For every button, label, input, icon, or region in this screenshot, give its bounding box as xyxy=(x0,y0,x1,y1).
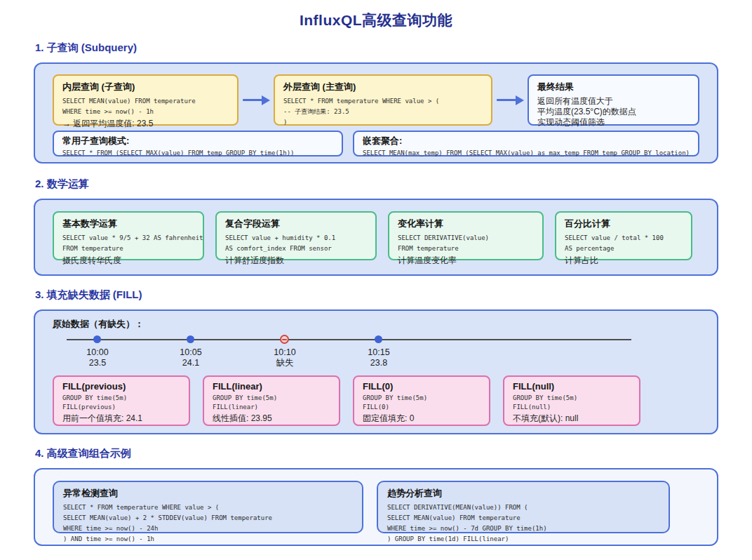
code-line: SELECT DERIVATIVE(value) xyxy=(398,233,534,244)
timeline-value: 23.8 xyxy=(368,358,389,368)
timeline-time: 10:00 xyxy=(86,347,108,358)
arrow-shaft xyxy=(497,99,516,101)
fill-card-note: 不填充(默认): null xyxy=(513,413,631,424)
code-line: ) GROUP BY time(1d) FILL(linear) xyxy=(387,534,659,545)
timeline-axis xyxy=(67,339,631,340)
fill-card-title: FILL(null) xyxy=(513,381,631,392)
section-4-heading: 4. 高级查询组合示例 xyxy=(35,447,752,460)
common-pattern-title: 常用子查询模式: xyxy=(62,135,333,147)
advanced-cards-row: 异常检测查询 SELECT * FROM temperature WHERE v… xyxy=(53,481,699,533)
arrow-shaft xyxy=(243,99,262,101)
result-line: 实现动态阈值筛选 xyxy=(537,117,690,128)
page: InfluxQL高级查询功能 1. 子查询 (Subquery) 内层查询 (子… xyxy=(0,0,752,560)
code-line: SELECT MEAN(value) + 2 * STDDEV(value) F… xyxy=(63,513,353,524)
page-title: InfluxQL高级查询功能 xyxy=(0,11,752,30)
timeline-label: 10:10 缺失 xyxy=(274,347,295,368)
section-3-heading: 3. 填充缺失数据 (FILL) xyxy=(35,288,752,302)
code-line: SELECT MEAN(value) FROM temperature xyxy=(62,96,229,107)
code-line: WHERE time >= now() - 7d GROUP BY time(1… xyxy=(387,524,659,534)
math-card-percentage: 百分比计算 SELECT value / total * 100 AS perc… xyxy=(555,211,692,260)
subquery-flow-row: 内层查询 (子查询) SELECT MEAN(value) FROM tempe… xyxy=(53,74,699,126)
code-line: SELECT * FROM (SELECT MAX(value) FROM te… xyxy=(62,148,333,159)
fill-card-note: 用前一个值填充: 24.1 xyxy=(62,413,180,424)
advanced-panel: 异常检测查询 SELECT * FROM temperature WHERE v… xyxy=(34,468,718,546)
timeline-label: 10:05 24.1 xyxy=(180,347,201,368)
data-point-icon xyxy=(375,335,382,343)
raw-data-label: 原始数据（有缺失）： xyxy=(53,318,699,331)
data-point-icon xyxy=(93,335,101,343)
fill-card-zero: FILL(0) GROUP BY time(5m) FILL(0) 固定值填充:… xyxy=(353,375,490,426)
math-cards-row: 基本数学运算 SELECT value * 9/5 + 32 AS fahren… xyxy=(53,211,699,260)
math-card-title: 变化率计算 xyxy=(398,218,534,230)
section-2-heading: 2. 数学运算 xyxy=(35,178,752,191)
math-card-basic: 基本数学运算 SELECT value * 9/5 + 32 AS fahren… xyxy=(53,211,204,260)
math-panel: 基本数学运算 SELECT value * 9/5 + 32 AS fahren… xyxy=(34,199,718,276)
fill-card-linear: FILL(linear) GROUP BY time(5m) FILL(line… xyxy=(203,375,340,426)
fill-card-previous: FILL(previous) GROUP BY time(5m) FILL(pr… xyxy=(53,375,190,426)
timeline-label: 10:00 23.5 xyxy=(86,347,108,368)
code-line: FILL(null) xyxy=(513,403,631,412)
fill-card-null: FILL(null) GROUP BY time(5m) FILL(null) … xyxy=(503,375,640,426)
code-line: WHERE time >= now() - 24h xyxy=(63,524,353,534)
code-line: GROUP BY time(5m) xyxy=(513,394,631,403)
code-line: SELECT value / total * 100 xyxy=(565,233,683,244)
code-line: SELECT * FROM temperature WHERE value > … xyxy=(63,502,353,513)
trend-query-box: 趋势分析查询 SELECT DERIVATIVE(MEAN(value)) FR… xyxy=(377,481,670,533)
fill-card-title: FILL(previous) xyxy=(62,381,180,392)
fill-panel: 原始数据（有缺失）： 10:00 23.5 10:05 24.1 10:10 缺… xyxy=(34,309,718,434)
timeline-time: 10:05 xyxy=(180,347,201,358)
math-card-note: 计算占比 xyxy=(565,255,683,266)
arrow-right-icon xyxy=(492,74,528,126)
section-1-heading: 1. 子查询 (Subquery) xyxy=(35,41,752,55)
timeline-time: 10:10 xyxy=(274,347,295,358)
timeline-value: 23.5 xyxy=(86,358,108,368)
fill-card-title: FILL(0) xyxy=(363,381,481,392)
timeline-value: 缺失 xyxy=(274,358,295,368)
fill-card-note: 固定值填充: 0 xyxy=(363,413,481,424)
code-line: FROM temperature xyxy=(398,244,534,254)
result-line: 返回所有温度值大于 xyxy=(537,96,690,107)
code-line: ) xyxy=(283,117,483,128)
math-card-derivative: 变化率计算 SELECT DERIVATIVE(value) FROM temp… xyxy=(388,211,544,260)
fill-card-title: FILL(linear) xyxy=(213,381,330,392)
common-pattern-box: 常用子查询模式: SELECT * FROM (SELECT MAX(value… xyxy=(53,131,343,156)
inner-query-note: → 返回平均温度值: 23.5 xyxy=(62,118,229,129)
data-point-icon xyxy=(187,335,194,343)
nested-aggregation-title: 嵌套聚合: xyxy=(363,135,690,147)
fill-card-note: 线性插值: 23.95 xyxy=(213,413,330,424)
missing-point-icon xyxy=(280,335,289,344)
anomaly-query-title: 异常检测查询 xyxy=(63,487,353,500)
code-line: FROM temperature xyxy=(62,244,194,254)
timeline-label: 10:15 23.8 xyxy=(368,347,389,368)
code-line: GROUP BY time(5m) xyxy=(62,394,180,403)
timeline-value: 24.1 xyxy=(180,358,201,368)
code-line: GROUP BY time(5m) xyxy=(363,394,481,403)
outer-query-title: 外层查询 (主查询) xyxy=(283,81,483,93)
math-card-note: 计算舒适度指数 xyxy=(225,255,367,266)
code-line: SELECT MEAN(value) FROM temperature xyxy=(387,513,659,524)
trend-query-title: 趋势分析查询 xyxy=(387,487,659,500)
subquery-pattern-row: 常用子查询模式: SELECT * FROM (SELECT MAX(value… xyxy=(53,131,699,156)
anomaly-query-box: 异常检测查询 SELECT * FROM temperature WHERE v… xyxy=(53,481,363,533)
code-line: FILL(0) xyxy=(363,403,481,412)
timeline: 10:00 23.5 10:05 24.1 10:10 缺失 10:15 23.… xyxy=(53,331,699,371)
code-line: GROUP BY time(5m) xyxy=(213,394,330,403)
math-card-title: 基本数学运算 xyxy=(62,218,194,230)
fill-cards-row: FILL(previous) GROUP BY time(5m) FILL(pr… xyxy=(53,375,699,426)
code-line: SELECT MEAN(max_temp) FROM (SELECT MAX(v… xyxy=(363,148,690,159)
code-line: SELECT value * 9/5 + 32 AS fahrenheit xyxy=(62,233,194,244)
result-line: 平均温度(23.5°C)的数据点 xyxy=(537,107,690,117)
code-line: SELECT * FROM temperature WHERE value > … xyxy=(283,96,483,107)
math-card-note: 摄氏度转华氏度 xyxy=(62,255,194,266)
math-card-compound: 复合字段运算 SELECT value + humidity * 0.1 AS … xyxy=(215,211,377,260)
final-result-title: 最终结果 xyxy=(537,81,690,93)
outer-query-box: 外层查询 (主查询) SELECT * FROM temperature WHE… xyxy=(274,74,492,126)
math-card-title: 复合字段运算 xyxy=(225,218,367,230)
code-line: WHERE time >= now() - 1h xyxy=(62,107,229,117)
arrow-right-icon xyxy=(239,74,274,126)
inner-query-title: 内层查询 (子查询) xyxy=(62,81,229,93)
code-line: SELECT value + humidity * 0.1 xyxy=(225,233,367,244)
subquery-panel: 内层查询 (子查询) SELECT MEAN(value) FROM tempe… xyxy=(34,62,718,164)
code-line: AS percentage xyxy=(565,244,683,254)
math-card-note: 计算温度变化率 xyxy=(398,255,534,266)
